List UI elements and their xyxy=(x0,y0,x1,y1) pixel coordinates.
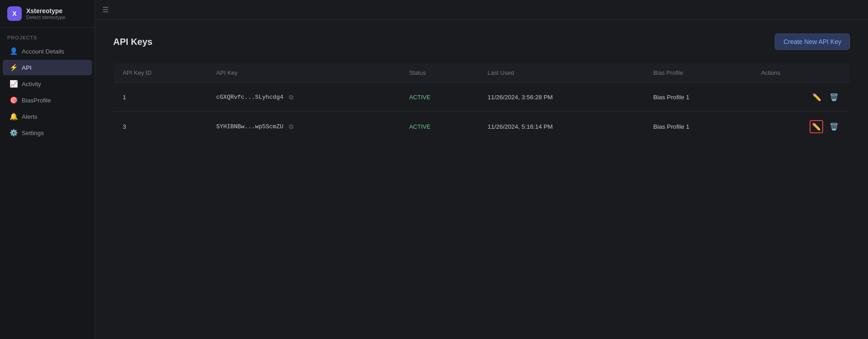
table-header-row: API Key ID API Key Status Last Used Bias… xyxy=(114,63,850,83)
sidebar-item-api[interactable]: ⚡ API xyxy=(3,60,92,75)
cell-bias-profile: Bias Profile 1 xyxy=(644,112,752,142)
page-title: API Keys xyxy=(113,37,153,47)
sidebar-item-label: Activity xyxy=(22,81,41,87)
api-icon: ⚡ xyxy=(10,64,17,71)
page-header: API Keys Create New API Key xyxy=(113,34,850,50)
api-key-value-cell: SYHIBNBw...wp5ScmZU ⧉ xyxy=(216,122,391,131)
api-key-value: SYHIBNBw...wp5ScmZU xyxy=(216,123,283,130)
sidebar-item-label: Settings xyxy=(22,130,44,136)
sidebar: X Xstereotype Detect stereotype. Project… xyxy=(0,0,95,339)
app-name: Xstereotype xyxy=(26,7,67,15)
cell-actions: ✏️ 🗑️ xyxy=(752,83,850,112)
sidebar-item-label: Account Details xyxy=(22,48,64,55)
api-key-value: cGXQRvfc...SLyhcdg4 xyxy=(216,94,283,101)
sidebar-item-activity[interactable]: 📈 Activity xyxy=(3,76,92,92)
account-details-icon: 👤 xyxy=(10,48,17,55)
col-status: Status xyxy=(400,63,479,83)
logo-text: Xstereotype Detect stereotype. xyxy=(26,7,67,20)
sidebar-item-label: Alerts xyxy=(22,113,38,120)
col-api-key: API Key xyxy=(207,63,400,83)
cell-api-key-id: 1 xyxy=(114,83,207,112)
sidebar-item-alerts[interactable]: 🔔 Alerts xyxy=(3,109,92,124)
sidebar-item-label: API xyxy=(22,64,32,71)
col-actions: Actions xyxy=(752,63,850,83)
api-keys-table: API Key ID API Key Status Last Used Bias… xyxy=(113,63,850,142)
table-body: 1 cGXQRvfc...SLyhcdg4 ⧉ ACTIVE 11/26/202… xyxy=(114,83,850,142)
col-api-key-id: API Key ID xyxy=(114,63,207,83)
status-badge: ACTIVE xyxy=(409,94,431,101)
status-badge: ACTIVE xyxy=(409,123,431,130)
edit-icon[interactable]: ✏️ xyxy=(810,91,823,103)
col-bias-profile: Bias Profile xyxy=(644,63,752,83)
alerts-icon: 🔔 xyxy=(10,113,17,120)
cell-status: ACTIVE xyxy=(400,112,479,142)
app-logo: X Xstereotype Detect stereotype. xyxy=(0,0,95,28)
actions-cell: ✏️ 🗑️ xyxy=(761,120,840,133)
sidebar-item-biasprofile[interactable]: 🎯 BiasProfile xyxy=(3,92,92,108)
copy-api-key-icon[interactable]: ⧉ xyxy=(287,93,295,102)
cell-status: ACTIVE xyxy=(400,83,479,112)
cell-api-key-id: 3 xyxy=(114,112,207,142)
api-key-value-cell: cGXQRvfc...SLyhcdg4 ⧉ xyxy=(216,93,391,102)
table-row: 1 cGXQRvfc...SLyhcdg4 ⧉ ACTIVE 11/26/202… xyxy=(114,83,850,112)
delete-icon[interactable]: 🗑️ xyxy=(828,121,840,133)
activity-icon: 📈 xyxy=(10,80,17,87)
cell-bias-profile: Bias Profile 1 xyxy=(644,83,752,112)
cell-last-used: 11/26/2024, 3:56:28 PM xyxy=(479,83,644,112)
sidebar-item-account-details[interactable]: 👤 Account Details xyxy=(3,44,92,59)
biasprofile-icon: 🎯 xyxy=(10,97,17,104)
cell-actions: ✏️ 🗑️ xyxy=(752,112,850,142)
cell-api-key: SYHIBNBw...wp5ScmZU ⧉ xyxy=(207,112,400,142)
edit-icon[interactable]: ✏️ xyxy=(810,120,823,133)
cell-last-used: 11/26/2024, 5:16:14 PM xyxy=(479,112,644,142)
content-area: API Keys Create New API Key API Key ID A… xyxy=(95,20,868,339)
copy-api-key-icon[interactable]: ⧉ xyxy=(287,122,295,131)
main-content: ☰ API Keys Create New API Key API Key ID… xyxy=(95,0,868,339)
delete-icon[interactable]: 🗑️ xyxy=(828,91,840,103)
sidebar-item-label: BiasProfile xyxy=(22,97,51,104)
sidebar-item-settings[interactable]: ⚙️ Settings xyxy=(3,125,92,140)
table-row: 3 SYHIBNBw...wp5ScmZU ⧉ ACTIVE 11/26/202… xyxy=(114,112,850,142)
col-last-used: Last Used xyxy=(479,63,644,83)
sidebar-toggle-icon[interactable]: ☰ xyxy=(102,5,109,14)
table-header: API Key ID API Key Status Last Used Bias… xyxy=(114,63,850,83)
cell-api-key: cGXQRvfc...SLyhcdg4 ⧉ xyxy=(207,83,400,112)
create-api-key-button[interactable]: Create New API Key xyxy=(775,34,850,50)
settings-icon: ⚙️ xyxy=(10,129,17,136)
app-tagline: Detect stereotype. xyxy=(26,15,67,20)
sidebar-section-label: Projects xyxy=(0,28,95,43)
topbar: ☰ xyxy=(95,0,868,20)
actions-cell: ✏️ 🗑️ xyxy=(761,91,840,103)
logo-icon: X xyxy=(7,6,22,21)
